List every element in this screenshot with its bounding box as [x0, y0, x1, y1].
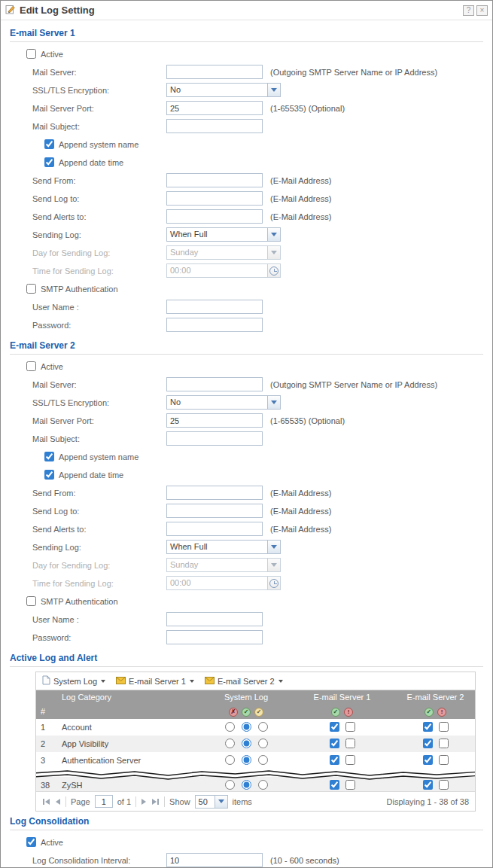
day-label: Day for Sending Log:: [32, 248, 166, 257]
enable-log-icon[interactable]: ✓: [425, 708, 434, 717]
email-server-1-menu-button[interactable]: E-mail Server 1: [116, 677, 194, 686]
log-table-toolbar: System Log E-mail Server 1 E-mail Server…: [36, 672, 475, 690]
server1-subject-input[interactable]: [166, 119, 263, 133]
server2-append-system-row[interactable]: Append system name: [44, 449, 483, 464]
server1-smtp-auth-checkbox[interactable]: [26, 284, 36, 294]
email2-alert-checkbox[interactable]: [439, 739, 449, 748]
consolidation-interval-input[interactable]: [166, 853, 263, 867]
chevron-down-icon[interactable]: [215, 796, 227, 808]
server2-active-label: Active: [41, 362, 63, 371]
radio-log[interactable]: [242, 755, 251, 765]
email1-alert-checkbox[interactable]: [345, 722, 355, 732]
server1-append-date-checkbox[interactable]: [44, 157, 54, 167]
send-log-hint: (E-Mail Address): [270, 507, 331, 516]
consolidation-active-row[interactable]: Active: [26, 835, 483, 849]
radio-log[interactable]: [242, 739, 251, 748]
server1-username-input[interactable]: [166, 300, 263, 314]
server1-smtp-auth-row[interactable]: SMTP Authentication: [26, 282, 483, 296]
enable-log-alert-icon[interactable]: ✓: [254, 708, 263, 717]
page-size-select[interactable]: 50: [195, 795, 228, 809]
email2-log-checkbox[interactable]: [423, 755, 433, 765]
close-icon[interactable]: ×: [476, 5, 488, 16]
append-date-label: Append date time: [59, 158, 123, 167]
system-log-menu-button[interactable]: System Log: [42, 675, 105, 687]
chevron-down-icon[interactable]: [267, 84, 280, 96]
interval-label: Log Consolidation Interval:: [32, 856, 166, 865]
subject-label: Mail Subject:: [32, 122, 166, 131]
server2-mail-server-input[interactable]: [166, 377, 263, 391]
server1-mail-server-input[interactable]: [166, 65, 263, 79]
email1-alert-checkbox[interactable]: [345, 755, 355, 765]
server1-send-alerts-row: Send Alerts to: (E-Mail Address): [32, 209, 483, 224]
torn-paper-divider: [36, 769, 475, 781]
email1-log-checkbox[interactable]: [330, 755, 339, 765]
server2-active-row[interactable]: Active: [26, 359, 483, 373]
append-system-label: Append system name: [59, 452, 138, 461]
page-of-label: of 1: [117, 797, 131, 806]
send-from-hint: (E-Mail Address): [270, 489, 331, 498]
email2-log-checkbox[interactable]: [423, 739, 433, 748]
send-log-hint: (E-Mail Address): [270, 194, 331, 203]
server1-port-input[interactable]: [166, 101, 263, 115]
last-page-button[interactable]: [151, 798, 160, 806]
server1-send-from-input[interactable]: [166, 173, 263, 187]
chevron-down-icon[interactable]: [267, 396, 280, 409]
email1-log-checkbox[interactable]: [330, 739, 339, 748]
server1-send-log-input[interactable]: [166, 191, 263, 206]
email1-alert-checkbox[interactable]: [345, 739, 355, 748]
server2-send-from-input[interactable]: [166, 486, 263, 500]
email1-log-checkbox[interactable]: [330, 722, 339, 732]
alert-icon[interactable]: !: [344, 708, 353, 717]
enable-log-icon[interactable]: ✓: [242, 708, 251, 717]
prev-page-button[interactable]: [55, 798, 61, 806]
edit-log-setting-dialog: Edit Log Setting ? × E-mail Server 1 Act…: [0, 0, 493, 868]
email2-log-checkbox[interactable]: [423, 722, 433, 732]
next-page-button[interactable]: [141, 798, 147, 806]
server1-password-input[interactable]: [166, 318, 263, 332]
radio-log-alert[interactable]: [258, 755, 268, 765]
consolidation-active-checkbox[interactable]: [26, 837, 36, 847]
server2-send-log-input[interactable]: [166, 504, 263, 518]
server1-append-system-checkbox[interactable]: [44, 139, 54, 149]
server1-ssl-select[interactable]: No: [166, 83, 281, 97]
server2-smtp-auth-row[interactable]: SMTP Authentication: [26, 594, 483, 608]
server1-append-date-row[interactable]: Append date time: [44, 155, 483, 169]
first-page-button[interactable]: [42, 798, 50, 806]
enable-log-icon[interactable]: ✓: [331, 708, 340, 717]
server2-active-checkbox[interactable]: [26, 361, 36, 371]
server1-active-row[interactable]: Active: [26, 47, 483, 61]
server1-send-alerts-input[interactable]: [166, 209, 263, 224]
server2-password-input[interactable]: [166, 630, 263, 644]
page-number-input[interactable]: [95, 795, 113, 808]
radio-disable[interactable]: [225, 755, 235, 765]
radio-log-alert[interactable]: [258, 739, 268, 748]
radio-log[interactable]: [242, 722, 251, 732]
help-button[interactable]: ?: [463, 5, 474, 16]
email-server-2-menu-button[interactable]: E-mail Server 2: [205, 677, 283, 686]
email2-alert-checkbox[interactable]: [439, 722, 449, 732]
server1-append-system-row[interactable]: Append system name: [44, 137, 483, 151]
server1-active-checkbox[interactable]: [26, 49, 36, 59]
server2-send-alerts-input[interactable]: [166, 522, 263, 536]
server2-ssl-select[interactable]: No: [166, 395, 281, 410]
disable-all-icon[interactable]: ✗: [229, 708, 238, 717]
server2-append-date-checkbox[interactable]: [44, 470, 54, 480]
radio-disable[interactable]: [225, 722, 235, 732]
server1-sending-log-select[interactable]: When Full: [166, 227, 281, 242]
chevron-down-icon[interactable]: [267, 228, 280, 241]
email2-alert-checkbox[interactable]: [439, 755, 449, 765]
server2-smtp-auth-checkbox[interactable]: [26, 596, 36, 606]
server2-append-system-checkbox[interactable]: [44, 452, 54, 461]
server2-username-input[interactable]: [166, 612, 263, 626]
radio-disable[interactable]: [225, 739, 235, 748]
server2-subject-row: Mail Subject:: [32, 431, 483, 446]
send-alerts-hint: (E-Mail Address): [270, 212, 331, 221]
server2-subject-input[interactable]: [166, 431, 263, 446]
server2-port-input[interactable]: [166, 413, 263, 428]
alert-icon[interactable]: !: [437, 708, 446, 717]
server2-day-select: Sunday: [166, 558, 281, 572]
server2-append-date-row[interactable]: Append date time: [44, 468, 483, 482]
chevron-down-icon[interactable]: [267, 541, 280, 553]
radio-log-alert[interactable]: [258, 722, 268, 732]
server2-sending-log-select[interactable]: When Full: [166, 540, 281, 554]
